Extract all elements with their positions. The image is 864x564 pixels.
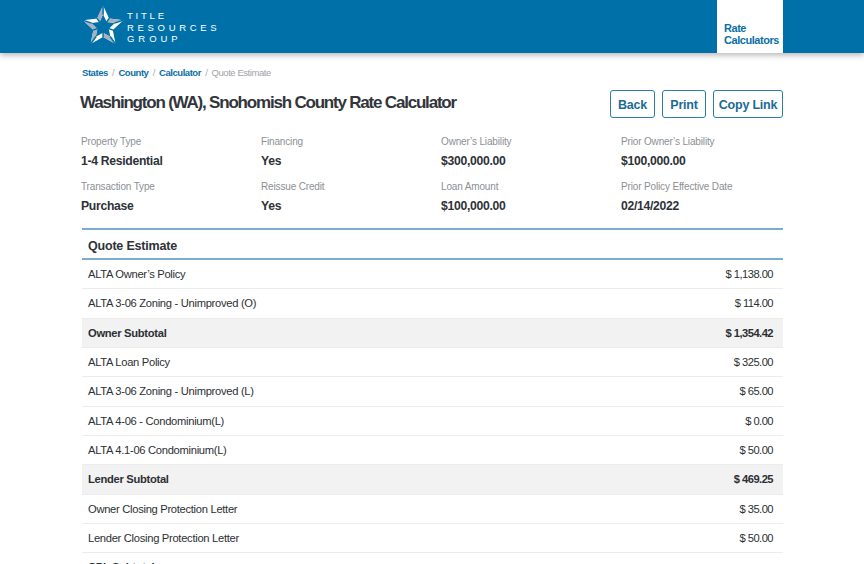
svg-text:GROUP: GROUP <box>127 33 178 44</box>
svg-text:TITLE: TITLE <box>127 10 164 21</box>
svg-text:RESOURCES: RESOURCES <box>127 22 217 33</box>
